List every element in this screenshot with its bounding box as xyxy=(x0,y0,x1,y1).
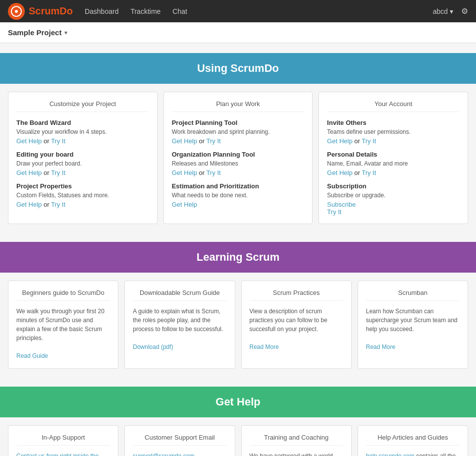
scrumban-card: Scrumban Learn how Scrumban can supercha… xyxy=(358,281,468,369)
get-help-cards: In-App Support Contact us from right ins… xyxy=(0,417,476,456)
training-coaching-body: We have partnered with a world-class tra… xyxy=(250,452,343,456)
inapp-support-link[interactable]: Contact us from right inside the app! xyxy=(16,453,99,456)
get-help-banner: Get Help xyxy=(0,387,476,417)
project-props-title: Project Properties xyxy=(16,182,149,190)
logo-do: Do xyxy=(59,5,73,16)
personal-details-tryit-link[interactable]: Try It xyxy=(362,169,376,176)
scrumban-title: Scrumban xyxy=(366,289,460,301)
board-wizard-help-link[interactable]: Get Help xyxy=(16,137,42,145)
scrum-guide-title: Downloadable Scrum Guide xyxy=(133,289,226,301)
gear-icon[interactable]: ⚙ xyxy=(461,6,468,16)
customize-project-card: Customize your Project The Board Wizard … xyxy=(8,92,158,224)
inapp-support-card: In-App Support Contact us from right ins… xyxy=(8,425,118,456)
subscription-title: Subscription xyxy=(327,182,460,190)
invite-others-links: Get Help or Try It xyxy=(327,137,460,145)
training-coaching-title: Training and Coaching xyxy=(250,434,343,446)
inapp-support-title: In-App Support xyxy=(16,434,110,446)
project-props-tryit-link[interactable]: Try It xyxy=(51,201,65,208)
plan-work-card: Plan your Work Project Planning Tool Wor… xyxy=(163,92,313,224)
training-coaching-card: Training and Coaching We have partnered … xyxy=(241,425,352,456)
help-articles-card: Help Articles and Guides help.scrumdo.co… xyxy=(358,425,468,456)
planning-tool-help-link[interactable]: Get Help xyxy=(172,137,197,145)
support-email-link[interactable]: support@scrumdo.com xyxy=(133,453,194,456)
estimation-title: Estimation and Prioritization xyxy=(172,182,305,190)
learning-scrum-banner: Learning Scrum xyxy=(0,242,476,273)
customer-support-card: Customer Support Email support@scrumdo.c… xyxy=(124,425,235,456)
personal-details-title: Personal Details xyxy=(327,151,460,158)
customer-support-title: Customer Support Email xyxy=(133,434,226,446)
project-props-help-link[interactable]: Get Help xyxy=(16,201,42,208)
invite-others-help-link[interactable]: Get Help xyxy=(327,137,352,145)
beginners-guide-body: We walk you through your first 20 minute… xyxy=(16,307,110,360)
editing-board-links: Get Help or Try It xyxy=(16,169,149,176)
logo-text: ScrumDo xyxy=(29,5,73,17)
user-caret-icon: ▾ xyxy=(450,7,453,15)
customer-support-body: support@scrumdo.com Real people who can … xyxy=(133,452,226,456)
planning-tool-tryit-link[interactable]: Try It xyxy=(207,137,221,145)
scrum-practices-link[interactable]: Read More xyxy=(250,343,279,350)
board-wizard-links: Get Help or Try It xyxy=(16,137,149,145)
editing-board-tryit-link[interactable]: Try It xyxy=(51,169,65,176)
invite-others-tryit-link[interactable]: Try It xyxy=(362,137,376,145)
project-props-links: Get Help or Try It xyxy=(16,201,149,208)
nav-tracktime[interactable]: Tracktime xyxy=(130,7,160,15)
scrum-guide-card: Downloadable Scrum Guide A guide to expl… xyxy=(124,281,235,369)
using-scrumdo-banner: Using ScrumDo xyxy=(0,53,476,84)
estimation-links: Get Help xyxy=(172,201,305,208)
invite-others-title: Invite Others xyxy=(327,119,460,126)
org-planning-or: or xyxy=(199,169,207,176)
beginners-guide-text: We walk you through your first 20 minute… xyxy=(16,308,105,342)
your-account-card: Your Account Invite Others Teams define … xyxy=(318,92,468,224)
project-header: Sample Project ▾ xyxy=(0,22,476,43)
editing-board-desc: Draw your perfect board. xyxy=(16,160,149,167)
navbar: ScrumDo Dashboard Tracktime Chat abcd ▾ … xyxy=(0,0,476,22)
subscription-link1[interactable]: Subscribe xyxy=(327,201,356,208)
invite-others-desc: Teams define user permissions. xyxy=(327,128,460,135)
scrum-guide-link[interactable]: Download (pdf) xyxy=(133,343,173,350)
inapp-support-body: Contact us from right inside the app! Ch… xyxy=(16,452,110,456)
board-wizard-desc: Visualize your workflow in 4 steps. xyxy=(16,128,149,135)
org-planning-title: Organization Planning Tool xyxy=(172,151,305,158)
org-planning-help-link[interactable]: Get Help xyxy=(172,169,197,176)
navbar-left: ScrumDo Dashboard Tracktime Chat xyxy=(8,3,187,20)
scrumban-body: Learn how Scrumban can supercharge your … xyxy=(366,307,460,351)
subscription-tryit-link[interactable]: Try It xyxy=(327,208,341,216)
svg-point-1 xyxy=(15,10,18,13)
board-wizard-tryit-link[interactable]: Try It xyxy=(51,137,65,145)
board-wizard-title: The Board Wizard xyxy=(16,119,149,126)
scrumban-link[interactable]: Read More xyxy=(366,343,395,350)
project-dropdown-icon[interactable]: ▾ xyxy=(64,29,67,36)
learning-scrum-cards: Beginners guide to ScrumDo We walk you t… xyxy=(0,273,476,377)
subscription-desc: Subscribe or upgrade. xyxy=(327,192,460,199)
customize-project-heading: Customize your Project xyxy=(16,100,149,112)
org-planning-desc: Releases and Milestones xyxy=(172,160,305,167)
scrum-practices-text: View a description of scrum practices yo… xyxy=(250,308,327,333)
nav-dashboard[interactable]: Dashboard xyxy=(85,7,119,15)
logo[interactable]: ScrumDo xyxy=(8,3,73,20)
planning-tool-links: Get Help or Try It xyxy=(172,137,305,145)
personal-details-or: or xyxy=(354,169,362,176)
personal-details-help-link[interactable]: Get Help xyxy=(327,169,352,176)
estimation-desc: What needs to be done next. xyxy=(172,192,305,199)
estimation-help-link[interactable]: Get Help xyxy=(172,201,197,208)
plan-work-heading: Plan your Work xyxy=(172,100,305,112)
org-planning-links: Get Help or Try It xyxy=(172,169,305,176)
using-scrumdo-cards: Customize your Project The Board Wizard … xyxy=(0,84,476,232)
help-articles-title: Help Articles and Guides xyxy=(366,434,460,446)
org-planning-tryit-link[interactable]: Try It xyxy=(207,169,221,176)
beginners-guide-card: Beginners guide to ScrumDo We walk you t… xyxy=(8,281,118,369)
personal-details-desc: Name, Email, Avatar and more xyxy=(327,160,460,167)
user-menu[interactable]: abcd ▾ xyxy=(433,7,453,15)
subscription-links: Subscribe Try It xyxy=(327,201,460,216)
nav-chat[interactable]: Chat xyxy=(172,7,187,15)
beginners-guide-title: Beginners guide to ScrumDo xyxy=(16,289,110,301)
scrum-practices-card: Scrum Practices View a description of sc… xyxy=(241,281,352,369)
project-title[interactable]: Sample Project xyxy=(8,28,61,37)
navbar-right: abcd ▾ ⚙ xyxy=(433,6,468,16)
help-scrumdo-link[interactable]: help.scrumdo.com xyxy=(366,453,415,456)
editing-board-help-link[interactable]: Get Help xyxy=(16,169,42,176)
editing-board-title: Editing your board xyxy=(16,151,149,158)
personal-details-links: Get Help or Try It xyxy=(327,169,460,176)
beginners-guide-link[interactable]: Read Guide xyxy=(16,352,48,359)
your-account-heading: Your Account xyxy=(327,100,460,112)
